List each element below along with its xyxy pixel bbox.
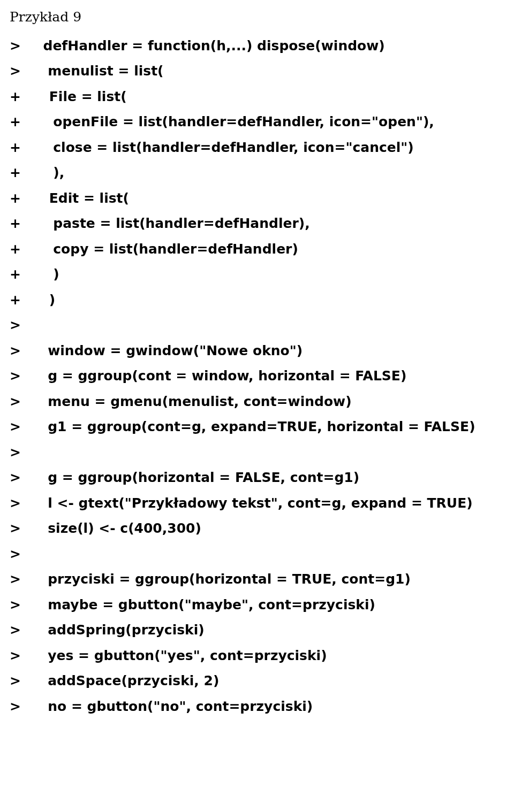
code-text: close = list(handler=defHandler, icon="c… <box>28 140 414 155</box>
code-line: > menu = gmenu(menulist, cont=window) <box>10 389 504 415</box>
code-line: > maybe = gbutton("maybe", cont=przycisk… <box>10 592 504 618</box>
code-line: > yes = gbutton("yes", cont=przyciski) <box>10 643 504 669</box>
code-listing: >defHandler = function(h,...) dispose(wi… <box>10 33 504 719</box>
code-text: ) <box>28 292 55 308</box>
code-line: +openFile = list(handler=defHandler, ico… <box>10 109 504 135</box>
prompt-symbol: > <box>10 312 28 338</box>
prompt-symbol: + <box>10 186 28 211</box>
prompt-symbol: + <box>10 287 28 313</box>
code-text: ), <box>28 165 64 180</box>
code-text: size(l) <- c(400,300) <box>28 520 201 536</box>
code-text: g = ggroup(horizontal = FALSE, cont=g1) <box>28 470 359 485</box>
code-text: copy = list(handler=defHandler) <box>28 241 298 257</box>
prompt-symbol: > <box>10 33 28 59</box>
prompt-symbol: + <box>10 211 28 236</box>
code-text: g = ggroup(cont = window, horizontal = F… <box>28 368 406 384</box>
prompt-symbol: + <box>10 109 28 135</box>
code-line: > addSpace(przyciski, 2) <box>10 668 504 694</box>
code-line: > przyciski = ggroup(horizontal = TRUE, … <box>10 566 504 592</box>
code-line: > <box>10 312 504 338</box>
prompt-symbol: > <box>10 617 28 643</box>
code-text: paste = list(handler=defHandler), <box>28 216 310 231</box>
code-text: no = gbutton("no", cont=przyciski) <box>28 699 313 714</box>
prompt-symbol: > <box>10 440 28 465</box>
prompt-symbol: > <box>10 58 28 84</box>
prompt-symbol: > <box>10 541 28 567</box>
code-line: > window = gwindow("Nowe okno") <box>10 338 504 364</box>
code-line: +paste = list(handler=defHandler), <box>10 211 504 236</box>
document-title: Przykład 9 <box>10 4 504 30</box>
code-line: > addSpring(przyciski) <box>10 617 504 643</box>
code-text: ) <box>28 266 59 282</box>
prompt-symbol: + <box>10 135 28 160</box>
code-line: > no = gbutton("no", cont=przyciski) <box>10 694 504 719</box>
prompt-symbol: > <box>10 694 28 719</box>
code-line: +Edit = list( <box>10 186 504 211</box>
code-text: przyciski = ggroup(horizontal = TRUE, co… <box>28 571 411 587</box>
code-text: defHandler = function(h,...) dispose(win… <box>28 38 385 53</box>
code-text: window = gwindow("Nowe okno") <box>28 343 303 358</box>
code-text: maybe = gbutton("maybe", cont=przyciski) <box>28 597 375 612</box>
code-line: > size(l) <- c(400,300) <box>10 516 504 541</box>
code-text: addSpring(przyciski) <box>28 622 205 638</box>
code-text: menu = gmenu(menulist, cont=window) <box>28 394 352 409</box>
prompt-symbol: > <box>10 643 28 669</box>
code-text: g1 = ggroup(cont=g, expand=TRUE, horizon… <box>28 419 475 434</box>
code-text: Edit = list( <box>28 190 129 206</box>
prompt-symbol: > <box>10 363 28 389</box>
code-line: > g = ggroup(cont = window, horizontal =… <box>10 363 504 389</box>
prompt-symbol: + <box>10 262 28 287</box>
code-line: +) <box>10 287 504 313</box>
code-line: +copy = list(handler=defHandler) <box>10 236 504 262</box>
code-text: yes = gbutton("yes", cont=przyciski) <box>28 648 327 663</box>
code-text: menulist = list( <box>28 63 164 79</box>
code-text: openFile = list(handler=defHandler, icon… <box>28 114 434 129</box>
prompt-symbol: > <box>10 592 28 618</box>
code-line: +) <box>10 262 504 287</box>
prompt-symbol: > <box>10 668 28 694</box>
prompt-symbol: > <box>10 389 28 415</box>
code-line: > menulist = list( <box>10 58 504 84</box>
code-line: +close = list(handler=defHandler, icon="… <box>10 135 504 160</box>
code-text: addSpace(przyciski, 2) <box>28 673 219 688</box>
code-line: > g1 = ggroup(cont=g, expand=TRUE, horiz… <box>10 414 504 440</box>
code-line: +File = list( <box>10 84 504 110</box>
prompt-symbol: + <box>10 236 28 262</box>
code-text: l <- gtext("Przykładowy tekst", cont=g, … <box>28 495 473 511</box>
prompt-symbol: + <box>10 160 28 186</box>
code-line: > <box>10 541 504 567</box>
prompt-symbol: + <box>10 84 28 110</box>
document-page: Przykład 9 >defHandler = function(h,...)… <box>0 0 514 740</box>
prompt-symbol: > <box>10 516 28 541</box>
prompt-symbol: > <box>10 491 28 516</box>
code-line: >defHandler = function(h,...) dispose(wi… <box>10 33 504 59</box>
code-line: > g = ggroup(horizontal = FALSE, cont=g1… <box>10 465 504 491</box>
code-line: > <box>10 440 504 465</box>
prompt-symbol: > <box>10 414 28 440</box>
prompt-symbol: > <box>10 465 28 491</box>
code-text: File = list( <box>28 89 127 104</box>
prompt-symbol: > <box>10 338 28 364</box>
code-line: > l <- gtext("Przykładowy tekst", cont=g… <box>10 491 504 516</box>
prompt-symbol: > <box>10 566 28 592</box>
code-line: +), <box>10 160 504 186</box>
